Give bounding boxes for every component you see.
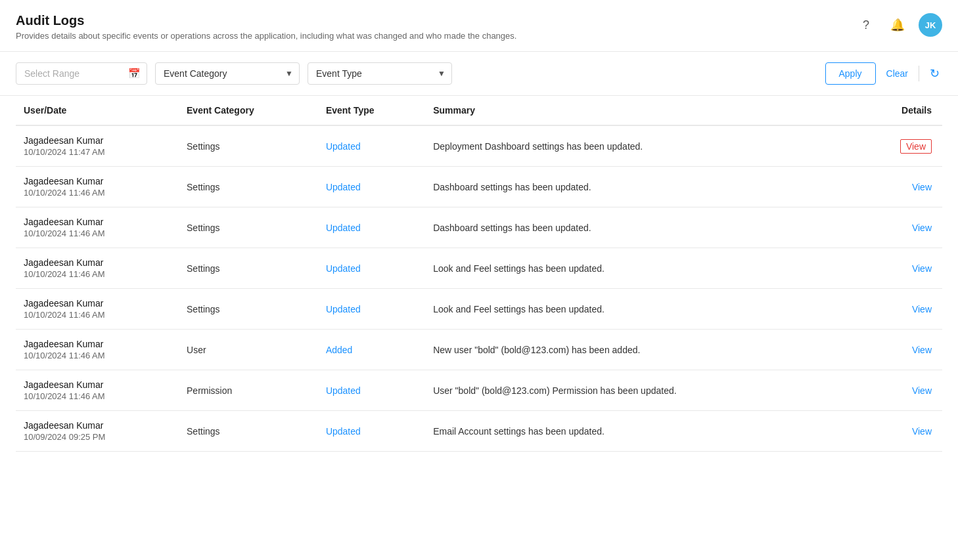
event-category-select[interactable]: Event Category <box>155 62 300 85</box>
cell-user-date: Jagadeesan Kumar 10/10/2024 11:46 AM <box>16 370 179 411</box>
filter-bar: 📅 Event Category ▼ Event Type ▼ Apply Cl… <box>0 52 958 96</box>
table-container: User/Date Event Category Event Type Summ… <box>0 96 958 452</box>
user-date: 10/10/2024 11:46 AM <box>24 269 171 279</box>
view-link[interactable]: View <box>912 182 932 192</box>
cell-user-date: Jagadeesan Kumar 10/09/2024 09:25 PM <box>16 411 179 452</box>
help-icon: ? <box>863 18 869 32</box>
cell-event-category: Settings <box>179 411 318 452</box>
table-row: Jagadeesan Kumar 10/10/2024 11:46 AM Set… <box>16 248 942 289</box>
cell-event-category: Settings <box>179 248 318 289</box>
user-date: 10/09/2024 09:25 PM <box>24 432 171 442</box>
bell-icon: 🔔 <box>890 18 905 32</box>
cell-details: View <box>859 167 942 207</box>
user-date: 10/10/2024 11:47 AM <box>24 147 171 157</box>
cell-event-type: Updated <box>318 248 425 289</box>
event-category-wrapper: Event Category ▼ <box>155 62 300 85</box>
table-row: Jagadeesan Kumar 10/10/2024 11:46 AM Set… <box>16 207 942 248</box>
user-name: Jagadeesan Kumar <box>24 176 171 186</box>
cell-details: View <box>859 248 942 289</box>
user-name: Jagadeesan Kumar <box>24 257 171 268</box>
cell-event-type: Updated <box>318 289 425 330</box>
cell-event-category: Settings <box>179 125 318 167</box>
cell-event-type: Added <box>318 330 425 370</box>
table-row: Jagadeesan Kumar 10/10/2024 11:46 AM Per… <box>16 370 942 411</box>
cell-summary: Look and Feel settings has been updated. <box>425 248 859 289</box>
user-name: Jagadeesan Kumar <box>24 379 171 390</box>
cell-details: View <box>859 125 942 167</box>
user-name: Jagadeesan Kumar <box>24 217 171 227</box>
cell-event-category: Settings <box>179 207 318 248</box>
audit-logs-table: User/Date Event Category Event Type Summ… <box>16 96 942 452</box>
cell-summary: User "bold" (bold@123.com) Permission ha… <box>425 370 859 411</box>
cell-user-date: Jagadeesan Kumar 10/10/2024 11:46 AM <box>16 207 179 248</box>
cell-event-category: Permission <box>179 370 318 411</box>
help-button[interactable]: ? <box>855 14 877 35</box>
view-link-highlighted[interactable]: View <box>900 139 932 154</box>
table-row: Jagadeesan Kumar 10/10/2024 11:46 AM Set… <box>16 289 942 330</box>
user-date: 10/10/2024 11:46 AM <box>24 188 171 198</box>
user-name: Jagadeesan Kumar <box>24 339 171 349</box>
table-row: Jagadeesan Kumar 10/10/2024 11:47 AM Set… <box>16 125 942 167</box>
col-header-details: Details <box>859 96 942 125</box>
cell-details: View <box>859 207 942 248</box>
cell-event-category: User <box>179 330 318 370</box>
notifications-button[interactable]: 🔔 <box>887 14 908 35</box>
separator <box>919 66 919 81</box>
table-header: User/Date Event Category Event Type Summ… <box>16 96 942 125</box>
table-row: Jagadeesan Kumar 10/10/2024 11:46 AM Use… <box>16 330 942 370</box>
col-header-summary: Summary <box>425 96 859 125</box>
table-row: Jagadeesan Kumar 10/10/2024 11:46 AM Set… <box>16 167 942 207</box>
top-actions: ? 🔔 JK <box>855 13 942 37</box>
cell-user-date: Jagadeesan Kumar 10/10/2024 11:46 AM <box>16 248 179 289</box>
view-link[interactable]: View <box>912 345 932 355</box>
header: Audit Logs Provides details about specif… <box>0 0 958 52</box>
user-name: Jagadeesan Kumar <box>24 135 171 146</box>
user-date: 10/10/2024 11:46 AM <box>24 351 171 360</box>
cell-details: View <box>859 370 942 411</box>
date-range-input[interactable] <box>16 62 147 85</box>
col-header-user-date: User/Date <box>16 96 179 125</box>
table-row: Jagadeesan Kumar 10/09/2024 09:25 PM Set… <box>16 411 942 452</box>
user-date: 10/10/2024 11:46 AM <box>24 310 171 320</box>
view-link[interactable]: View <box>912 426 932 437</box>
view-link[interactable]: View <box>912 304 932 314</box>
title-section: Audit Logs Provides details about specif… <box>16 13 516 41</box>
cell-details: View <box>859 411 942 452</box>
cell-details: View <box>859 289 942 330</box>
cell-summary: Deployment Dashboard settings has been u… <box>425 125 859 167</box>
cell-summary: Dashboard settings has been updated. <box>425 207 859 248</box>
view-link[interactable]: View <box>912 385 932 396</box>
cell-event-type: Updated <box>318 370 425 411</box>
date-range-wrapper: 📅 <box>16 62 147 85</box>
cell-details: View <box>859 330 942 370</box>
table-body: Jagadeesan Kumar 10/10/2024 11:47 AM Set… <box>16 125 942 452</box>
cell-event-type: Updated <box>318 411 425 452</box>
refresh-button[interactable]: ↻ <box>927 64 942 83</box>
page-subtitle: Provides details about specific events o… <box>16 31 516 41</box>
cell-user-date: Jagadeesan Kumar 10/10/2024 11:47 AM <box>16 125 179 167</box>
cell-user-date: Jagadeesan Kumar 10/10/2024 11:46 AM <box>16 289 179 330</box>
cell-event-category: Settings <box>179 289 318 330</box>
apply-button[interactable]: Apply <box>825 62 876 85</box>
user-name: Jagadeesan Kumar <box>24 420 171 431</box>
user-date: 10/10/2024 11:46 AM <box>24 228 171 238</box>
cell-event-category: Settings <box>179 167 318 207</box>
clear-button[interactable]: Clear <box>884 63 911 84</box>
cell-summary: Dashboard settings has been updated. <box>425 167 859 207</box>
cell-summary: New user "bold" (bold@123.com) has been … <box>425 330 859 370</box>
cell-user-date: Jagadeesan Kumar 10/10/2024 11:46 AM <box>16 330 179 370</box>
col-header-event-category: Event Category <box>179 96 318 125</box>
view-link[interactable]: View <box>912 223 932 233</box>
cell-event-type: Updated <box>318 207 425 248</box>
cell-summary: Look and Feel settings has been updated. <box>425 289 859 330</box>
user-date: 10/10/2024 11:46 AM <box>24 391 171 401</box>
col-header-event-type: Event Type <box>318 96 425 125</box>
user-name: Jagadeesan Kumar <box>24 298 171 309</box>
event-type-wrapper: Event Type ▼ <box>308 62 452 85</box>
cell-summary: Email Account settings has been updated. <box>425 411 859 452</box>
avatar[interactable]: JK <box>919 13 942 37</box>
view-link[interactable]: View <box>912 263 932 274</box>
refresh-icon: ↻ <box>930 66 940 81</box>
event-type-select[interactable]: Event Type <box>308 62 452 85</box>
page-title: Audit Logs <box>16 13 516 28</box>
